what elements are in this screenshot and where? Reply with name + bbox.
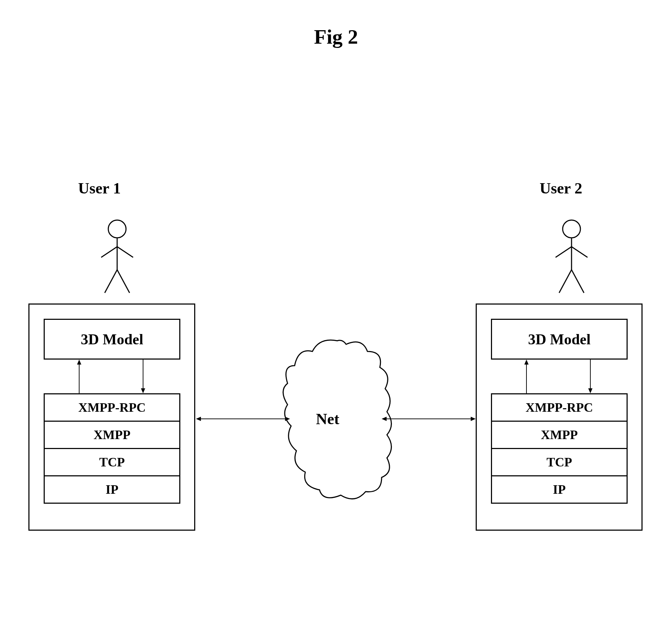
net-label: Net (316, 410, 339, 428)
user1-label: User 1 (78, 179, 121, 197)
svg-marker-17 (524, 360, 529, 365)
svg-marker-25 (471, 417, 476, 421)
left-connection-arrow-icon (196, 415, 290, 422)
svg-line-2 (101, 247, 117, 257)
user1-arrow-down-icon (140, 360, 147, 393)
user1-layer-tcp: TCP (44, 448, 180, 476)
user2-layer-xmpp: XMPP (491, 421, 628, 449)
user2-protocol-stack: XMPP-RPC XMPP TCP IP (491, 393, 628, 504)
user2-stick-figure-icon (550, 218, 593, 296)
user2-3d-model-box: 3D Model (491, 319, 628, 360)
user2-layer-tcp: TCP (491, 448, 628, 476)
svg-marker-13 (77, 360, 81, 365)
figure-title: Fig 2 (314, 25, 358, 49)
svg-point-0 (108, 220, 126, 238)
user1-network-stack-box: 3D Model XMPP-RPC XMPP TCP IP (28, 303, 195, 531)
svg-line-3 (117, 247, 133, 257)
user1-layer-xmpp-rpc: XMPP-RPC (44, 393, 180, 422)
svg-point-6 (563, 220, 580, 238)
svg-marker-21 (196, 417, 201, 421)
user1-layer-ip: IP (44, 475, 180, 504)
svg-line-8 (556, 247, 572, 257)
user1-3d-model-box: 3D Model (44, 319, 180, 360)
user2-arrow-up-icon (523, 360, 530, 393)
user2-label: User 2 (540, 179, 582, 197)
svg-marker-22 (285, 417, 290, 421)
svg-line-11 (572, 270, 584, 293)
svg-line-5 (117, 270, 130, 293)
user1-protocol-stack: XMPP-RPC XMPP TCP IP (44, 393, 180, 504)
user2-network-stack-box: 3D Model XMPP-RPC XMPP TCP IP (476, 303, 643, 531)
user2-layer-xmpp-rpc: XMPP-RPC (491, 393, 628, 422)
user1-layer-xmpp: XMPP (44, 421, 180, 449)
svg-line-9 (572, 247, 588, 257)
user1-arrow-up-icon (76, 360, 83, 393)
svg-marker-24 (382, 417, 387, 421)
user2-arrow-down-icon (587, 360, 594, 393)
user1-stick-figure-icon (96, 218, 138, 296)
right-connection-arrow-icon (382, 415, 476, 422)
svg-line-4 (105, 270, 117, 293)
svg-marker-15 (141, 388, 145, 393)
user2-layer-ip: IP (491, 475, 628, 504)
svg-line-10 (559, 270, 572, 293)
svg-marker-19 (588, 388, 592, 393)
